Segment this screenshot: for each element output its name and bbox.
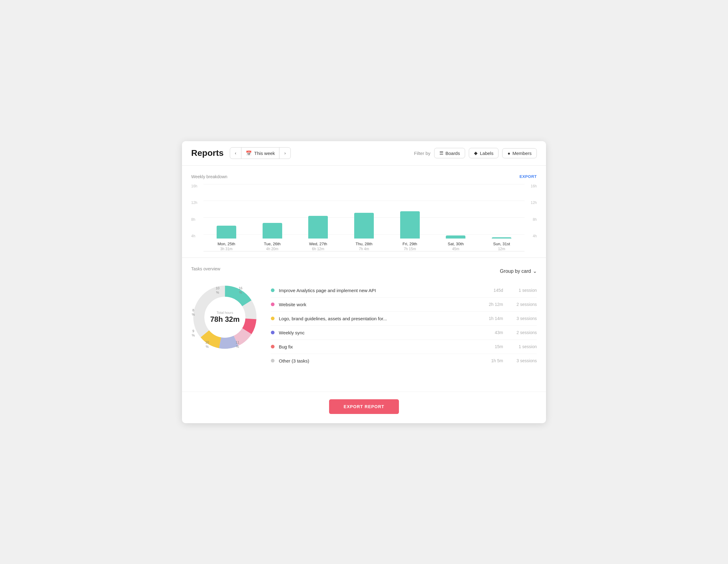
pct-gray-top: 10% (216, 286, 219, 295)
members-filter-button[interactable]: ● Members (502, 148, 537, 158)
task-sessions: 3 sessions (509, 316, 537, 321)
bars-container: Mon, 25th 3h 31m Tue, 26th 4h 20m Wed, 2… (203, 184, 525, 252)
tasks-content: Total hours 78h 32m 16% 10% 8% 9% 10% 11… (191, 283, 537, 368)
members-icon: ● (507, 151, 510, 156)
bar-group: Tue, 26th 4h 20m (263, 223, 282, 251)
pct-teal: 16% (239, 286, 242, 295)
bar-day: Sun, 31st (493, 242, 510, 246)
group-by-button[interactable]: Group by card ⌄ (500, 268, 537, 274)
header: Reports ‹ 📅 This week › Filter by ☰ Boar… (182, 141, 546, 166)
boards-filter-button[interactable]: ☰ Boards (434, 148, 465, 158)
task-name: Improve Analytics page and implement new… (279, 288, 482, 293)
task-row: Website work 2h 12m 2 sessions (271, 297, 537, 312)
task-duration: 1h 5m (482, 358, 503, 363)
task-row: Bug fix 15m 1 session (271, 340, 537, 354)
bar-group: Mon, 25th 3h 31m (217, 226, 236, 251)
task-duration: 43m (482, 330, 503, 335)
task-row: Other (3 tasks) 1h 5m 3 sessions (271, 354, 537, 368)
task-dot (271, 302, 275, 306)
bar-time: 12m (493, 247, 510, 251)
export-report-button[interactable]: EXPORT REPORT (329, 399, 399, 414)
week-label-container: 📅 This week (241, 148, 280, 159)
task-duration: 1h 14m (482, 316, 503, 321)
labels-btn-label: Labels (480, 151, 493, 156)
bar-day: Fri, 29th (403, 242, 417, 246)
export-link[interactable]: EXPORT (520, 174, 537, 179)
pct-yellow: 11% (236, 340, 239, 349)
chart-section: Weekly breakdown EXPORT 16h 12h 8h 4h Mo… (182, 166, 546, 258)
task-sessions: 2 sessions (509, 330, 537, 335)
bar (446, 236, 465, 239)
bar-group: Thu, 28th 7h 4m (354, 213, 374, 251)
bar-label: Sun, 31st 12m (493, 242, 510, 251)
donut-center-value: 78h 32m (210, 315, 240, 323)
donut-center: Total hours 78h 32m (210, 311, 240, 323)
bar (492, 237, 511, 239)
tasks-section-title: Tasks overview (191, 267, 220, 271)
bar-label: Mon, 25th 3h 31m (218, 242, 235, 251)
bar-label: Thu, 28th 7h 4m (355, 242, 372, 251)
bar-label: Fri, 29th 7h 15m (403, 242, 417, 251)
task-name: Weekly sync (279, 330, 482, 335)
week-nav: ‹ 📅 This week › (230, 147, 291, 159)
calendar-icon: 📅 (246, 150, 252, 156)
members-btn-label: Members (512, 151, 532, 156)
bar (354, 213, 374, 239)
bar-label: Wed, 27th 6h 12m (309, 242, 327, 251)
bar-time: 45m (448, 247, 464, 251)
chart-section-title: Weekly breakdown (191, 174, 537, 179)
next-week-button[interactable]: › (279, 148, 290, 159)
task-name: Bug fix (279, 344, 482, 349)
donut-center-label: Total hours (210, 311, 240, 314)
task-duration: 2h 12m (482, 302, 503, 307)
tasks-section: Tasks overview Group by card ⌄ Total hou… (182, 258, 546, 392)
bar-day: Wed, 27th (309, 242, 327, 246)
bar-time: 7h 15m (403, 247, 417, 251)
task-sessions: 3 sessions (509, 358, 537, 363)
pct-blue: 10% (205, 340, 209, 349)
bar-day: Mon, 25th (218, 242, 235, 246)
chevron-down-icon: ⌄ (533, 268, 537, 274)
pct-red: 8% (192, 308, 195, 317)
task-row: Improve Analytics page and implement new… (271, 283, 537, 297)
task-sessions: 1 session (509, 344, 537, 349)
tasks-header: Tasks overview Group by card ⌄ (191, 267, 537, 276)
prev-week-button[interactable]: ‹ (230, 148, 241, 159)
task-name: Logo, brand guidelines, assets and prese… (279, 316, 482, 321)
filter-label: Filter by (414, 151, 430, 156)
page-title: Reports (191, 148, 224, 158)
bar (263, 223, 282, 239)
export-bar: EXPORT REPORT (182, 392, 546, 423)
app-container: Reports ‹ 📅 This week › Filter by ☰ Boar… (182, 141, 546, 423)
group-by-label: Group by card (500, 269, 531, 274)
bar-group: Sat, 30th 45m (446, 236, 465, 251)
pct-pink: 9% (192, 329, 195, 338)
chart-area: 16h 12h 8h 4h Mon, 25th 3h 31m Tue, 26th (191, 184, 537, 252)
bar-time: 3h 31m (218, 247, 235, 251)
bar-label: Tue, 26th 4h 20m (264, 242, 280, 251)
task-sessions: 1 session (509, 288, 537, 293)
week-label-text: This week (254, 151, 275, 156)
bar (308, 216, 328, 239)
task-row: Weekly sync 43m 2 sessions (271, 326, 537, 340)
donut-chart: Total hours 78h 32m 16% 10% 8% 9% 10% 11… (191, 283, 259, 351)
task-dot (271, 359, 275, 362)
bar-time: 7h 4m (355, 247, 372, 251)
task-duration: 15m (482, 344, 503, 349)
task-sessions: 2 sessions (509, 302, 537, 307)
bar-day: Sat, 30th (448, 242, 464, 246)
bar (400, 211, 420, 239)
bar-day: Tue, 26th (264, 242, 280, 246)
task-row: Logo, brand guidelines, assets and prese… (271, 312, 537, 326)
filter-area: Filter by ☰ Boards ◆ Labels ● Members (414, 148, 537, 158)
task-name: Other (3 tasks) (279, 358, 482, 363)
bar-day: Thu, 28th (355, 242, 372, 246)
task-list: Improve Analytics page and implement new… (271, 283, 537, 368)
boards-icon: ☰ (439, 150, 443, 156)
bar (217, 226, 236, 239)
bar-label: Sat, 30th 45m (448, 242, 464, 251)
boards-btn-label: Boards (446, 151, 460, 156)
task-name: Website work (279, 302, 482, 307)
labels-filter-button[interactable]: ◆ Labels (469, 148, 499, 158)
task-duration: 145d (482, 288, 503, 293)
